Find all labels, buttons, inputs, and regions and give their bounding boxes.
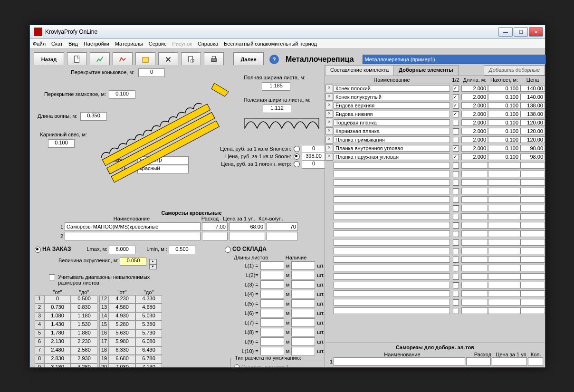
screw-name[interactable] — [65, 232, 201, 240]
fitting-price[interactable] — [520, 162, 545, 169]
preview-icon[interactable] — [181, 52, 201, 67]
ridge-overlap-field[interactable]: 0 — [138, 68, 165, 77]
maximize-button[interactable]: ☐ — [514, 27, 528, 37]
stock-len[interactable] — [260, 337, 284, 346]
fitting-len[interactable] — [461, 230, 488, 237]
fitting-price[interactable] — [520, 213, 545, 220]
fitting-len[interactable] — [461, 94, 488, 100]
fitting-ovl[interactable] — [488, 299, 520, 306]
screw-rate[interactable] — [202, 222, 228, 231]
order-radio[interactable] — [35, 247, 41, 253]
fitting-ovl[interactable] — [488, 111, 520, 117]
range-to[interactable]: 3.280 — [71, 363, 97, 367]
delete-row-icon[interactable]: × — [325, 153, 333, 161]
fitting-price[interactable] — [520, 290, 545, 297]
range-to[interactable]: 6.430 — [135, 346, 162, 355]
range-to[interactable]: 5.730 — [135, 329, 162, 338]
fitting-name[interactable] — [334, 282, 450, 288]
fitting-half-check[interactable] — [453, 282, 459, 288]
fitting-half-check[interactable] — [453, 239, 459, 246]
fitting-ovl[interactable] — [488, 230, 520, 237]
bscrew-rate[interactable] — [466, 357, 491, 366]
calctype-opt1[interactable] — [234, 364, 240, 367]
fitting-price[interactable] — [520, 188, 545, 194]
delete-row-icon[interactable]: × — [325, 119, 333, 126]
fitting-price[interactable] — [520, 205, 545, 211]
range-to[interactable]: 5.030 — [135, 312, 162, 321]
fitting-price[interactable] — [520, 307, 545, 314]
fitting-price[interactable] — [520, 273, 545, 280]
range-to[interactable]: 5.380 — [135, 321, 162, 329]
fitting-len[interactable] — [461, 171, 488, 177]
range-from[interactable]: 1.780 — [44, 329, 71, 338]
fitting-ovl[interactable] — [488, 153, 520, 160]
round-spinner[interactable]: ▲▼ — [149, 259, 157, 269]
fitting-price[interactable] — [520, 102, 545, 109]
fitting-half-check[interactable] — [453, 188, 459, 194]
fitting-ovl[interactable] — [488, 196, 520, 203]
screw-qty[interactable] — [267, 232, 298, 240]
range-from[interactable]: 6.330 — [109, 346, 135, 355]
stock-qty[interactable] — [291, 299, 315, 308]
price-lm-radio[interactable] — [294, 161, 300, 167]
range-to[interactable]: 4.680 — [135, 304, 162, 312]
range-to[interactable]: 2.230 — [71, 338, 97, 346]
fitting-half-check[interactable] — [453, 291, 459, 297]
range-from[interactable]: 1.080 — [44, 312, 71, 321]
fitting-half-check[interactable] — [453, 86, 459, 92]
fitting-half-check[interactable] — [453, 145, 459, 152]
range-to[interactable]: 7.130 — [135, 363, 162, 367]
range-from[interactable]: 1.430 — [44, 321, 71, 329]
stock-qty[interactable] — [291, 309, 315, 317]
screw-qty[interactable] — [267, 222, 298, 231]
delete-row-icon[interactable]: × — [325, 85, 333, 92]
fitting-half-check[interactable] — [453, 214, 459, 220]
fitting-ovl[interactable] — [488, 128, 520, 134]
range-from[interactable]: 2.130 — [44, 338, 71, 346]
fitting-price[interactable] — [520, 179, 545, 186]
price-full-radio[interactable] — [294, 153, 300, 160]
delete-icon[interactable] — [158, 52, 178, 67]
fitting-name[interactable] — [334, 102, 450, 109]
back-button[interactable]: Назад — [34, 52, 64, 67]
fitting-price[interactable] — [520, 265, 545, 271]
fitting-ovl[interactable] — [488, 265, 520, 271]
menu-item[interactable]: Справка — [198, 41, 218, 47]
range-to[interactable]: 6.080 — [135, 338, 162, 346]
price-useful-radio[interactable] — [294, 146, 300, 152]
range-to[interactable]: 0.830 — [71, 304, 97, 312]
lmax-field[interactable]: 8.000 — [109, 246, 135, 254]
fitting-half-check[interactable] — [453, 163, 459, 169]
fitting-len[interactable] — [461, 248, 488, 254]
fitting-len[interactable] — [461, 282, 488, 288]
fitting-name[interactable] — [334, 85, 450, 92]
fitting-len[interactable] — [461, 239, 488, 246]
fitting-price[interactable] — [520, 136, 545, 143]
range-to[interactable]: 4.330 — [135, 295, 162, 304]
fitting-ovl[interactable] — [488, 85, 520, 92]
fitting-name[interactable] — [334, 290, 450, 297]
fitting-name[interactable] — [334, 128, 450, 134]
chart-icon[interactable] — [90, 52, 110, 67]
fitting-len[interactable] — [461, 196, 488, 203]
fitting-price[interactable] — [520, 171, 545, 177]
fitting-len[interactable] — [461, 222, 488, 229]
fitting-ovl[interactable] — [488, 136, 520, 143]
fitting-ovl[interactable] — [488, 307, 520, 314]
add-fittings-button[interactable]: Добавить доборные — [484, 65, 545, 76]
fitting-ovl[interactable] — [488, 145, 520, 152]
menu-item[interactable]: Сервис — [149, 41, 167, 47]
bscrew-name[interactable] — [334, 357, 465, 366]
screw-price[interactable] — [229, 222, 265, 231]
range-from[interactable]: 2.830 — [44, 355, 71, 363]
fitting-price[interactable] — [520, 256, 545, 263]
lmin-field[interactable]: 0.500 — [169, 246, 195, 254]
fitting-len[interactable] — [461, 145, 488, 152]
fitting-len[interactable] — [461, 153, 488, 160]
stock-len[interactable] — [260, 318, 284, 327]
useful-width-field[interactable]: 1.112 — [263, 105, 291, 113]
fitting-price[interactable] — [520, 196, 545, 203]
fitting-name[interactable] — [334, 111, 450, 117]
fitting-len[interactable] — [461, 299, 488, 306]
fitting-ovl[interactable] — [488, 102, 520, 109]
